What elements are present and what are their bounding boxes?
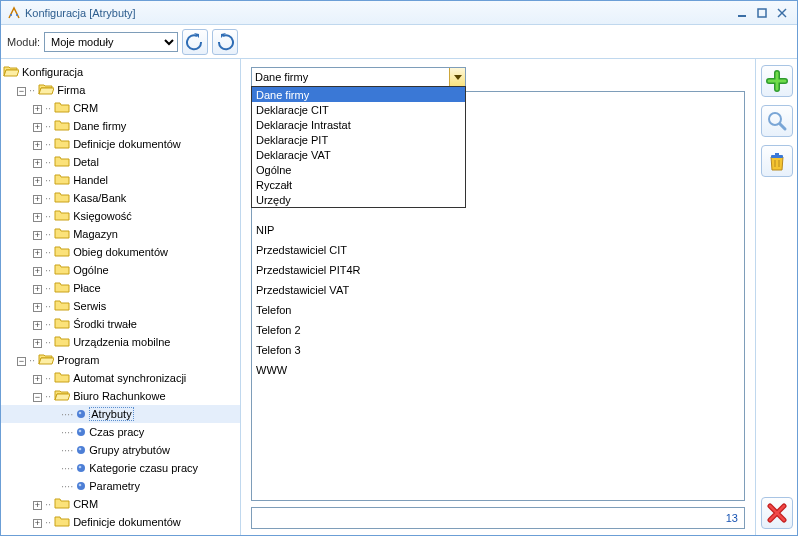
tree-program-after-0[interactable]: +·· CRM xyxy=(1,495,240,513)
toggle-icon[interactable]: + xyxy=(33,339,42,348)
folder-icon xyxy=(54,514,70,533)
svg-marker-18 xyxy=(454,75,462,80)
tree-firma-child-11[interactable]: +·· Serwis xyxy=(1,297,240,315)
tree-firma-child-12[interactable]: +·· Środki trwałe xyxy=(1,315,240,333)
node-label: Firma xyxy=(57,84,85,96)
tree-firma-child-3[interactable]: +·· Detal xyxy=(1,153,240,171)
toggle-icon[interactable]: + xyxy=(33,303,42,312)
combo-option-5[interactable]: Ogólne xyxy=(252,162,465,177)
leaf-icon xyxy=(76,424,86,442)
node-label: Płace xyxy=(73,282,101,294)
list-item-6[interactable]: Telefon 3 xyxy=(252,344,744,364)
toggle-icon[interactable]: + xyxy=(33,105,42,114)
tree-program-after-1[interactable]: +·· Definicje dokumentów xyxy=(1,513,240,531)
back-button[interactable] xyxy=(182,29,208,55)
combo-option-3[interactable]: Deklaracje PIT xyxy=(252,132,465,147)
tree-biuro-leaf-1[interactable]: ···· Czas pracy xyxy=(1,423,240,441)
forward-button[interactable] xyxy=(212,29,238,55)
node-label: Ogólne xyxy=(73,264,108,276)
tree-biuro-leaf-3[interactable]: ···· Kategorie czasu pracy xyxy=(1,459,240,477)
toggle-icon[interactable]: − xyxy=(17,87,26,96)
category-combo[interactable] xyxy=(251,67,466,87)
combo-option-0[interactable]: Dane firmy xyxy=(252,87,465,102)
tree-biuro[interactable]: −·· Biuro Rachunkowe xyxy=(1,387,240,405)
tree-firma-child-0[interactable]: +·· CRM xyxy=(1,99,240,117)
toggle-icon[interactable]: − xyxy=(33,393,42,402)
folder-icon xyxy=(54,226,70,245)
folder-icon xyxy=(38,82,54,101)
toggle-icon[interactable]: + xyxy=(33,321,42,330)
tree-firma[interactable]: −·· Firma xyxy=(1,81,240,99)
svg-point-8 xyxy=(77,410,85,418)
node-label: Czas pracy xyxy=(89,426,144,438)
cancel-button[interactable] xyxy=(761,497,793,529)
list-item-2[interactable]: Przedstawiciel PIT4R xyxy=(252,264,744,284)
node-label: Parametry xyxy=(89,480,140,492)
toggle-icon[interactable]: + xyxy=(33,267,42,276)
toggle-icon[interactable]: + xyxy=(33,249,42,258)
tree-biuro-leaf-4[interactable]: ···· Parametry xyxy=(1,477,240,495)
search-button[interactable] xyxy=(761,105,793,137)
toggle-icon[interactable]: + xyxy=(33,519,42,528)
tree-program[interactable]: −·· Program xyxy=(1,351,240,369)
tree-firma-child-9[interactable]: +·· Ogólne xyxy=(1,261,240,279)
svg-point-16 xyxy=(77,482,85,490)
toggle-icon[interactable]: + xyxy=(33,285,42,294)
tree-biuro-leaf-0[interactable]: ···· Atrybuty xyxy=(1,405,240,423)
tree-firma-child-4[interactable]: +·· Handel xyxy=(1,171,240,189)
toggle-icon[interactable]: + xyxy=(33,501,42,510)
list-item-5[interactable]: Telefon 2 xyxy=(252,324,744,344)
config-tree[interactable]: Konfiguracja−·· Firma+·· CRM+·· Dane fir… xyxy=(1,59,241,535)
toggle-icon[interactable]: + xyxy=(33,195,42,204)
tree-firma-child-8[interactable]: +·· Obieg dokumentów xyxy=(1,243,240,261)
tree-root-node[interactable]: Konfiguracja xyxy=(1,63,240,81)
folder-icon xyxy=(54,118,70,137)
leaf-icon xyxy=(76,442,86,460)
toggle-icon[interactable]: + xyxy=(33,213,42,222)
tree-firma-child-2[interactable]: +·· Definicje dokumentów xyxy=(1,135,240,153)
delete-button[interactable] xyxy=(761,145,793,177)
node-label: Urządzenia mobilne xyxy=(73,336,170,348)
combo-list[interactable]: Dane firmyDeklaracje CITDeklaracje Intra… xyxy=(251,86,466,208)
list-item-0[interactable]: NIP xyxy=(252,224,744,244)
tree-firma-child-1[interactable]: +·· Dane firmy xyxy=(1,117,240,135)
tree-firma-child-13[interactable]: +·· Urządzenia mobilne xyxy=(1,333,240,351)
modul-select[interactable]: Moje moduły xyxy=(44,32,178,52)
tree-firma-child-7[interactable]: +·· Magazyn xyxy=(1,225,240,243)
combo-dropdown-button[interactable] xyxy=(449,68,465,86)
combo-option-4[interactable]: Deklaracje VAT xyxy=(252,147,465,162)
toggle-icon[interactable]: + xyxy=(33,375,42,384)
folder-icon xyxy=(54,280,70,299)
tree-program-child-0[interactable]: +·· Automat synchronizacji xyxy=(1,369,240,387)
combo-option-1[interactable]: Deklaracje CIT xyxy=(252,102,465,117)
folder-icon xyxy=(54,100,70,119)
toggle-icon[interactable]: + xyxy=(33,123,42,132)
toggle-icon[interactable]: + xyxy=(33,231,42,240)
svg-rect-21 xyxy=(771,155,783,158)
node-label: Biuro Rachunkowe xyxy=(73,390,165,402)
list-item-7[interactable]: WWW xyxy=(252,364,744,384)
list-item-1[interactable]: Przedstawiciel CIT xyxy=(252,244,744,264)
toggle-icon[interactable]: + xyxy=(33,159,42,168)
svg-point-11 xyxy=(79,430,82,433)
status-bar: 13 xyxy=(251,507,745,529)
add-button[interactable] xyxy=(761,65,793,97)
toggle-icon[interactable]: − xyxy=(17,357,26,366)
combo-option-6[interactable]: Ryczałt xyxy=(252,177,465,192)
minimize-button[interactable] xyxy=(733,6,751,20)
tree-firma-child-10[interactable]: +·· Płace xyxy=(1,279,240,297)
combo-option-7[interactable]: Urzędy xyxy=(252,192,465,207)
tree-firma-child-6[interactable]: +·· Księgowość xyxy=(1,207,240,225)
toggle-icon[interactable]: + xyxy=(33,141,42,150)
tree-biuro-leaf-2[interactable]: ···· Grupy atrybutów xyxy=(1,441,240,459)
combo-option-2[interactable]: Deklaracje Intrastat xyxy=(252,117,465,132)
svg-point-1 xyxy=(16,14,18,16)
toggle-icon[interactable]: + xyxy=(33,177,42,186)
maximize-button[interactable] xyxy=(753,6,771,20)
close-button[interactable] xyxy=(773,6,791,20)
list-item-3[interactable]: Przedstawiciel VAT xyxy=(252,284,744,304)
node-label: Kasa/Bank xyxy=(73,192,126,204)
list-item-4[interactable]: Telefon xyxy=(252,304,744,324)
svg-point-12 xyxy=(77,446,85,454)
tree-firma-child-5[interactable]: +·· Kasa/Bank xyxy=(1,189,240,207)
